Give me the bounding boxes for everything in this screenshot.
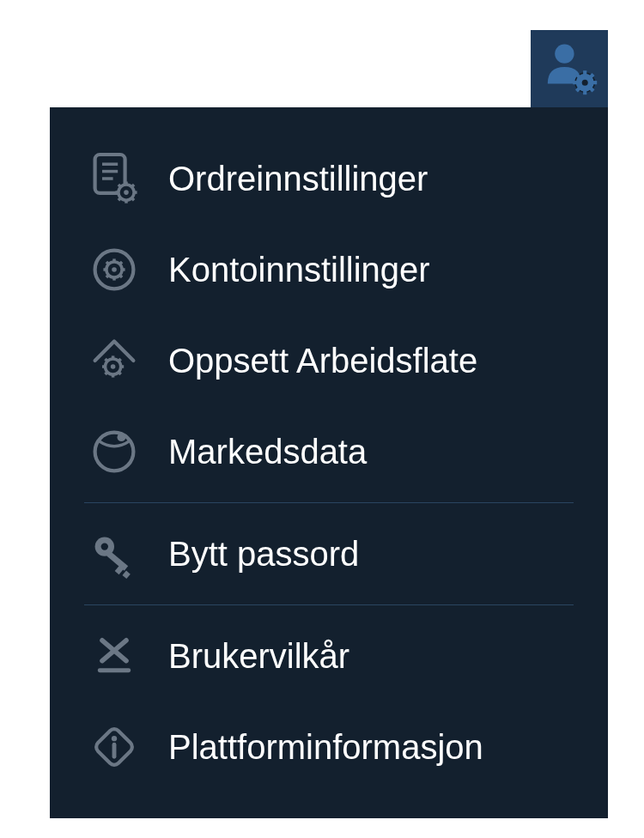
svg-point-27	[112, 267, 117, 272]
svg-point-49	[101, 543, 108, 550]
svg-point-57	[112, 736, 117, 741]
svg-point-16	[124, 190, 129, 195]
svg-line-35	[119, 262, 122, 264]
svg-line-9	[576, 88, 580, 92]
svg-point-37	[111, 364, 116, 369]
document-gear-icon	[84, 149, 144, 209]
svg-line-24	[131, 185, 134, 187]
menu-label: Bytt passord	[168, 535, 359, 574]
menu-item-order-settings[interactable]: Ordreinnstillinger	[50, 133, 608, 224]
svg-point-46	[95, 433, 134, 471]
svg-line-34	[106, 275, 109, 277]
menu-item-platform-info[interactable]: Plattforminformasjon	[50, 701, 608, 792]
svg-point-2	[582, 80, 588, 86]
svg-line-8	[591, 88, 594, 92]
svg-line-43	[118, 372, 121, 374]
svg-line-33	[119, 275, 122, 277]
svg-line-23	[118, 197, 121, 200]
menu-divider	[84, 604, 574, 605]
user-settings-button[interactable]	[531, 30, 608, 107]
svg-rect-50	[106, 551, 128, 570]
home-gear-icon	[84, 331, 144, 391]
svg-point-0	[555, 44, 574, 63]
key-icon	[84, 524, 144, 584]
menu-item-account-settings[interactable]: Kontoinnstillinger	[50, 224, 608, 315]
svg-line-45	[118, 359, 121, 361]
menu-label: Ordreinnstillinger	[168, 160, 428, 198]
menu-label: Kontoinnstillinger	[168, 251, 430, 289]
settings-dropdown-menu: Ordreinnstillinger	[50, 107, 608, 818]
gear-circle-icon	[84, 240, 144, 300]
info-diamond-icon	[84, 717, 144, 777]
svg-line-21	[118, 185, 121, 187]
menu-label: Markedsdata	[168, 433, 367, 471]
menu-label: Plattforminformasjon	[168, 728, 483, 767]
menu-label: Oppsett Arbeidsflate	[168, 342, 477, 380]
menu-item-change-password[interactable]: Bytt passord	[50, 508, 608, 599]
svg-line-42	[106, 359, 108, 361]
svg-line-10	[591, 74, 594, 77]
user-gear-icon	[539, 37, 599, 100]
menu-item-workspace-setup[interactable]: Oppsett Arbeidsflate	[50, 315, 608, 406]
menu-label: Brukervilkår	[168, 637, 349, 676]
svg-line-7	[576, 74, 580, 77]
svg-rect-52	[123, 571, 131, 579]
svg-point-47	[118, 433, 126, 441]
menu-divider	[84, 502, 574, 503]
globe-icon	[84, 422, 144, 482]
menu-item-market-data[interactable]: Markedsdata	[50, 406, 608, 497]
svg-line-22	[131, 197, 134, 200]
svg-line-32	[106, 262, 109, 264]
x-underline-icon	[84, 626, 144, 686]
menu-item-terms[interactable]: Brukervilkår	[50, 610, 608, 701]
svg-line-44	[106, 372, 108, 374]
